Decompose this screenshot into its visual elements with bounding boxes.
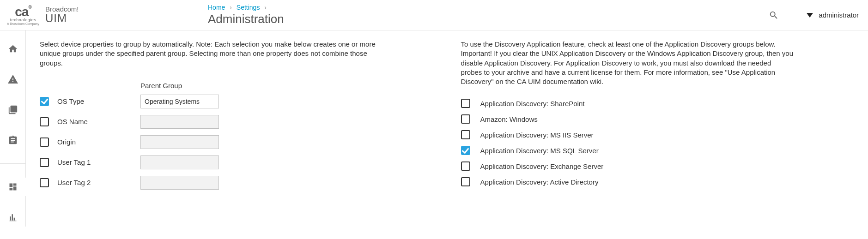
property-row: OS Name (40, 112, 443, 132)
sidebar-item-clipboard[interactable] (0, 131, 26, 149)
property-row: User Tag 1 (40, 152, 443, 173)
discovery-row: Application Discovery: Active Directory (461, 174, 862, 188)
discovery-label: Amazon: Windows (480, 115, 538, 123)
breadcrumb-area: Home › Settings › Administration (208, 4, 769, 26)
brand-block: ca® technologies A Broadcom Company Broa… (5, 5, 208, 25)
page-title: Administration (208, 12, 769, 26)
device-properties-panel: Select device properties to group by aut… (40, 40, 443, 227)
breadcrumb-settings[interactable]: Settings (237, 4, 260, 11)
chevron-right-icon: › (230, 4, 232, 11)
discovery-checkbox[interactable] (461, 99, 470, 108)
parent-group-input[interactable] (140, 95, 219, 108)
discovery-row: Application Discovery: MS IIS Server (461, 127, 862, 143)
discovery-label: Application Discovery: SharePoint (480, 100, 585, 108)
discovery-description: To use the Discovery Application feature… (461, 40, 794, 86)
discovery-checkbox[interactable] (461, 177, 470, 186)
discovery-panel: To use the Discovery Application feature… (461, 40, 864, 227)
property-row: User Tag 2 (40, 173, 443, 193)
parent-group-header: Parent Group (140, 82, 443, 90)
parent-group-input[interactable] (140, 135, 219, 149)
property-checkbox[interactable] (40, 117, 49, 126)
discovery-label: Application Discovery: Exchange Server (480, 162, 604, 170)
discovery-label: Application Discovery: Active Directory (480, 178, 599, 186)
sidebar-item-dashboard[interactable] (0, 178, 26, 196)
discovery-label: Application Discovery: MS SQL Server (480, 147, 599, 155)
brand-product: UIM (45, 12, 79, 25)
property-label: User Tag 1 (57, 158, 140, 166)
discovery-row: Application Discovery: SharePoint (461, 96, 862, 111)
user-name: administrator (819, 11, 859, 19)
discovery-row: Amazon: Windows (461, 111, 862, 127)
property-row: Origin (40, 132, 443, 152)
brand-titles: Broadcom! UIM (45, 5, 79, 25)
sidebar-item-home[interactable] (0, 40, 26, 58)
app-header: ca® technologies A Broadcom Company Broa… (0, 0, 868, 30)
property-row: OS Type (40, 91, 443, 112)
property-checkbox[interactable] (40, 158, 49, 167)
discovery-list[interactable]: Application Discovery: SharePointAmazon:… (461, 96, 864, 188)
breadcrumb-home[interactable]: Home (208, 4, 225, 11)
property-label: User Tag 2 (57, 179, 140, 186)
caret-down-icon (807, 13, 813, 18)
sidebar-item-library[interactable] (0, 101, 26, 119)
search-icon[interactable] (769, 10, 779, 20)
property-checkbox[interactable] (40, 178, 49, 187)
discovery-row: Application Discovery: Exchange Server (461, 158, 862, 174)
property-checkbox[interactable] (40, 97, 49, 106)
ca-logo: ca® technologies A Broadcom Company (5, 5, 42, 25)
sidebar-item-reports[interactable] (0, 208, 26, 227)
breadcrumb: Home › Settings › (208, 4, 769, 11)
parent-group-input[interactable] (140, 155, 219, 169)
parent-group-input[interactable] (140, 115, 219, 129)
discovery-label: Application Discovery: MS IIS Server (480, 131, 594, 139)
property-label: OS Type (57, 97, 140, 105)
main-content: Select device properties to group by aut… (26, 30, 868, 227)
discovery-checkbox[interactable] (461, 161, 470, 171)
discovery-checkbox[interactable] (461, 146, 470, 155)
device-properties-description: Select device properties to group by aut… (40, 40, 382, 68)
property-checkbox[interactable] (40, 137, 49, 147)
user-menu[interactable]: administrator (807, 11, 859, 19)
property-label: OS Name (57, 118, 140, 125)
sidebar (0, 30, 26, 227)
sidebar-item-alerts[interactable] (0, 70, 26, 89)
property-label: Origin (57, 138, 140, 146)
chevron-right-icon: › (264, 4, 267, 11)
parent-group-input[interactable] (140, 176, 219, 190)
discovery-checkbox[interactable] (461, 130, 470, 139)
discovery-row: Application Discovery: MS SQL Server (461, 143, 862, 158)
discovery-checkbox[interactable] (461, 114, 470, 124)
